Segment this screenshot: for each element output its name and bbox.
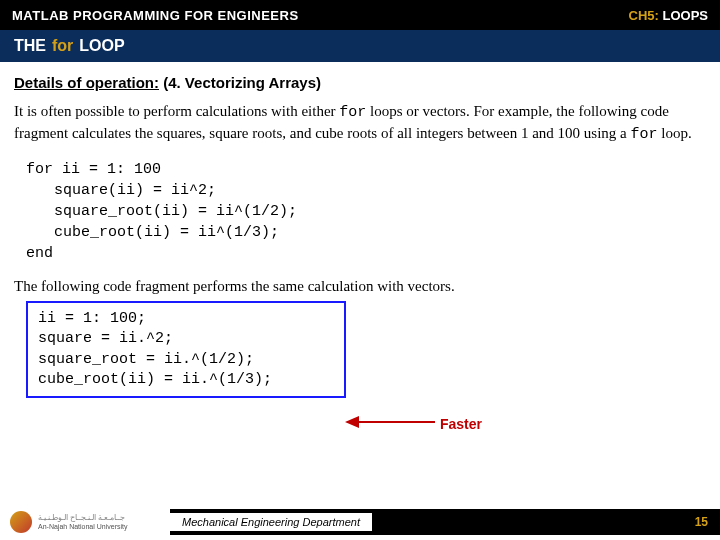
section-title-bar: THE for LOOP (0, 30, 720, 62)
p1-part3: loop. (657, 125, 691, 141)
code2-line3: square_root = ii.^(1/2); (38, 350, 334, 370)
p1-for1: for (339, 104, 366, 121)
p1-for2: for (630, 126, 657, 143)
code2-line4: cube_root(ii) = ii.^(1/3); (38, 370, 334, 390)
logo-arabic: جــامـعـة الـنـجــاح الـوطـنـيـة (38, 513, 127, 523)
code2-line2: square = ii.^2; (38, 329, 334, 349)
title-word-the: THE (14, 37, 46, 55)
chapter-number: CH5: (629, 8, 659, 23)
subtitle: Details of operation: (4. Vectorizing Ar… (14, 74, 706, 91)
logo-english: An-Najah National University (38, 523, 127, 531)
title-word-for: for (52, 37, 73, 55)
slide-content: Details of operation: (4. Vectorizing Ar… (0, 62, 720, 398)
slide-header: MATLAB PROGRAMMING FOR ENGINEERS CH5: LO… (0, 0, 720, 30)
footer-bar: Mechanical Engineering Department 15 (170, 509, 720, 535)
code1-line2: square(ii) = ii^2; (54, 180, 706, 201)
svg-marker-1 (345, 416, 359, 428)
p1-part1: It is often possible to perform calculat… (14, 103, 339, 119)
code1-line1: for ii = 1: 100 (26, 159, 706, 180)
code1-line5: end (26, 243, 706, 264)
faster-label: Faster (440, 416, 482, 432)
chapter-label: CH5: LOOPS (629, 8, 708, 23)
subtitle-underline: Details of operation: (14, 74, 159, 91)
subtitle-rest: (4. Vectorizing Arrays) (159, 74, 321, 91)
course-title: MATLAB PROGRAMMING FOR ENGINEERS (12, 8, 299, 23)
slide-footer: جــامـعـة الـنـجــاح الـوطـنـيـة An-Naja… (0, 504, 720, 540)
university-logo: جــامـعـة الـنـجــاح الـوطـنـيـة An-Naja… (0, 504, 170, 540)
department-label: Mechanical Engineering Department (170, 513, 372, 531)
logo-emblem-icon (10, 511, 32, 533)
title-word-loop: LOOP (79, 37, 124, 55)
chapter-name: LOOPS (659, 8, 708, 23)
code1-line4: cube_root(ii) = ii^(1/3); (54, 222, 706, 243)
paragraph-2: The following code fragment performs the… (14, 278, 706, 295)
code-block-for-loop: for ii = 1: 100 square(ii) = ii^2; squar… (26, 159, 706, 264)
logo-text: جــامـعـة الـنـجــاح الـوطـنـيـة An-Naja… (38, 513, 127, 531)
code-block-vectorized: ii = 1: 100; square = ii.^2; square_root… (26, 301, 346, 398)
arrow-icon (345, 410, 440, 440)
code1-line3: square_root(ii) = ii^(1/2); (54, 201, 706, 222)
page-number: 15 (695, 515, 708, 529)
code2-line1: ii = 1: 100; (38, 309, 334, 329)
paragraph-1: It is often possible to perform calculat… (14, 101, 706, 145)
